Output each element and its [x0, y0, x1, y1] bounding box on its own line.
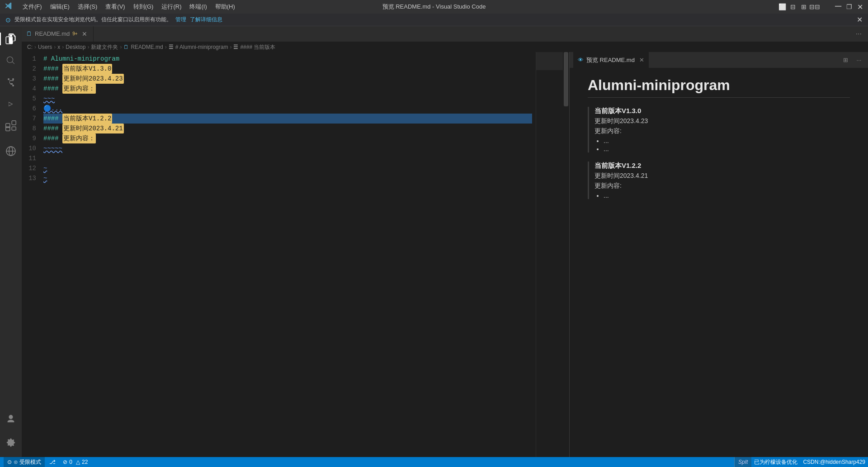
preview-tab-label: 预览 README.md: [586, 56, 635, 64]
preview-pane: 👁 预览 README.md ✕ ⊞ ··· Alumni-miniprogra…: [570, 52, 868, 457]
tab-readme-close-button[interactable]: ✕: [80, 30, 89, 38]
breadcrumb-folder[interactable]: 新建文件夹: [91, 43, 118, 51]
vscode-logo-icon[interactable]: [5, 2, 13, 12]
preview-section-1: 当前版本V1.3.0 更新时间2023.4.23 更新内容: ... ...: [588, 107, 850, 152]
status-bar-right: SpIt 已为柠檬设备优化 CSDN:@hiddenSharp429: [734, 457, 868, 467]
preview-tab-actions: ⊞ ···: [840, 55, 864, 66]
preview-items-1: ... ...: [604, 137, 850, 152]
code-lines[interactable]: # Alumni-miniprogram #### 当前版本V1.3.0 ###…: [40, 52, 536, 457]
preview-update-time-2: 更新时间2023.4.21: [594, 172, 850, 180]
line-numbers: 1 2 3 4 5 6 7 8 9 10 11 12 13: [22, 52, 40, 457]
branch-icon: ⎇: [49, 459, 56, 465]
preview-tab-close-button[interactable]: ✕: [639, 57, 644, 63]
close-button[interactable]: ✕: [856, 3, 863, 10]
tab-readme-label: README.md: [35, 30, 70, 37]
code-line-7: #### 当前版本V1.2.2: [43, 114, 532, 124]
sidebar-item-source-control[interactable]: [0, 71, 22, 93]
maximize-button[interactable]: ❐: [845, 3, 853, 10]
tab-readme-editor[interactable]: 🗒 README.md 9+ ✕: [22, 26, 94, 42]
code-line-8: #### 更新时间2023.4.21: [43, 124, 532, 133]
sidebar-item-run[interactable]: [0, 93, 22, 115]
main-layout: 🗒 README.md 9+ ✕ ··· C: › Users › x › De…: [0, 26, 868, 457]
code-token-highlight-8: 更新时间2023.4.21: [62, 124, 124, 133]
sidebar-item-settings[interactable]: [0, 432, 22, 453]
learn-more-link[interactable]: 了解详细信息: [190, 16, 222, 24]
preview-title: Alumni-miniprogram: [588, 77, 850, 98]
restricted-mode-label: ⊙ 受限模式: [14, 458, 41, 466]
code-scrollbar[interactable]: [563, 52, 569, 457]
sidebar-item-extensions[interactable]: [0, 115, 22, 137]
preview-more-button[interactable]: ···: [854, 55, 864, 66]
sidebar-item-remote[interactable]: [0, 140, 22, 162]
preview-version-1: 当前版本V1.3.0: [594, 107, 850, 115]
tab-readme-badge: 9+: [72, 31, 77, 36]
tab-bar: 🗒 README.md 9+ ✕ ···: [22, 26, 868, 42]
window-controls[interactable]: ⬜ ⊟ ⊞ ⊟⊟ ─ ❐ ✕: [778, 3, 863, 10]
preview-section-2: 当前版本V1.2.2 更新时间2023.4.21 更新内容: ...: [588, 162, 850, 199]
code-line-10: ~~~~~: [43, 143, 532, 153]
breadcrumb-version[interactable]: #### 当前版本: [240, 43, 275, 51]
menu-bar[interactable]: 文件(F) 编辑(E) 选择(S) 查看(V) 转到(G) 运行(R) 终端(I…: [19, 2, 239, 12]
breadcrumb-c[interactable]: C:: [27, 44, 33, 50]
title-bar-left: 文件(F) 编辑(E) 选择(S) 查看(V) 转到(G) 运行(R) 终端(I…: [5, 2, 239, 12]
code-token-highlight-7: 当前版本V1.2.2: [62, 114, 112, 124]
breadcrumb-readme-icon: 🗒: [123, 44, 129, 50]
status-errors[interactable]: ⊘ 0 △ 22: [60, 457, 90, 467]
breadcrumb-x[interactable]: x: [57, 44, 60, 50]
menu-run[interactable]: 运行(R): [158, 2, 185, 12]
code-line-2: #### 当前版本V1.3.0: [43, 64, 532, 74]
preview-tab-bar: 👁 预览 README.md ✕ ⊞ ···: [570, 52, 868, 68]
breadcrumb-readme[interactable]: README.md: [131, 44, 163, 50]
tab-preview[interactable]: 👁 预览 README.md ✕: [573, 52, 649, 68]
manage-link[interactable]: 管理: [175, 16, 186, 24]
error-icon: ⊘: [63, 459, 67, 465]
restricted-close-button[interactable]: ✕: [857, 15, 863, 24]
code-line-4: #### 更新内容：: [43, 84, 532, 94]
restricted-bar: ⊙ 受限模式旨在实现安全地浏览代码。信任此窗口以启用所有功能。 管理 了解详细信…: [0, 14, 868, 26]
menu-view[interactable]: 查看(V): [102, 2, 128, 12]
error-count: 0: [69, 459, 72, 465]
split-icon[interactable]: ⊟: [789, 3, 797, 10]
status-branch[interactable]: ⎇: [47, 457, 58, 467]
breadcrumb-heading1-icon: ☰: [169, 44, 174, 50]
code-line-11: [43, 153, 532, 163]
breadcrumb-users[interactable]: Users: [38, 44, 52, 50]
split-icon2[interactable]: ⊞: [800, 3, 807, 10]
status-split-label: SpIt: [734, 457, 751, 467]
menu-file[interactable]: 文件(F): [19, 2, 46, 12]
status-author-text: CSDN:@hiddenSharp429: [803, 459, 865, 465]
menu-goto[interactable]: 转到(G): [130, 2, 157, 12]
readme-file-icon: 🗒: [26, 30, 32, 37]
minimize-button[interactable]: ─: [835, 3, 842, 10]
status-restricted-mode[interactable]: ⊙ ⊙ 受限模式: [4, 457, 45, 467]
sidebar-item-explorer[interactable]: [0, 28, 22, 50]
code-scrollbar-thumb[interactable]: [564, 52, 568, 106]
breadcrumb: C: › Users › x › Desktop › 新建文件夹 › 🗒 REA…: [22, 42, 868, 52]
menu-edit[interactable]: 编辑(E): [47, 2, 73, 12]
list-item: ...: [604, 192, 850, 199]
menu-help[interactable]: 帮助(H): [212, 2, 239, 12]
status-author[interactable]: CSDN:@hiddenSharp429: [800, 457, 868, 467]
menu-terminal[interactable]: 终端(I): [186, 2, 210, 12]
code-token-tilde-6: 🔵...: [43, 104, 62, 114]
menu-select[interactable]: 选择(S): [74, 2, 101, 12]
preview-split-button[interactable]: ⊞: [840, 55, 851, 66]
layout2-icon[interactable]: ⊟⊟: [811, 3, 818, 10]
sidebar-item-account[interactable]: [0, 408, 22, 430]
sidebar-item-search[interactable]: [0, 50, 22, 71]
status-right-text[interactable]: 已为柠檬设备优化: [751, 457, 800, 467]
code-token-h4-7: ####: [43, 114, 62, 124]
code-line-9: #### 更新内容：: [43, 133, 532, 143]
code-token-tilde-5: ~~~: [43, 94, 55, 104]
code-token-h4-4: ####: [43, 84, 62, 94]
code-token-highlight-4: 更新内容：: [62, 84, 96, 94]
window-title: 预览 README.md - Visual Studio Code: [382, 3, 486, 11]
breadcrumb-heading-icon: ☰: [233, 44, 238, 50]
code-content: 1 2 3 4 5 6 7 8 9 10 11 12 13: [22, 52, 569, 457]
breadcrumb-desktop[interactable]: Desktop: [66, 44, 85, 50]
preview-content: Alumni-miniprogram 当前版本V1.3.0 更新时间2023.4…: [570, 68, 868, 457]
tab-overflow-button[interactable]: ···: [853, 26, 864, 42]
layout-icon[interactable]: ⬜: [778, 3, 786, 10]
breadcrumb-alumni[interactable]: # Alumni-miniprogram: [175, 44, 228, 50]
preview-tab-icon: 👁: [578, 57, 584, 63]
